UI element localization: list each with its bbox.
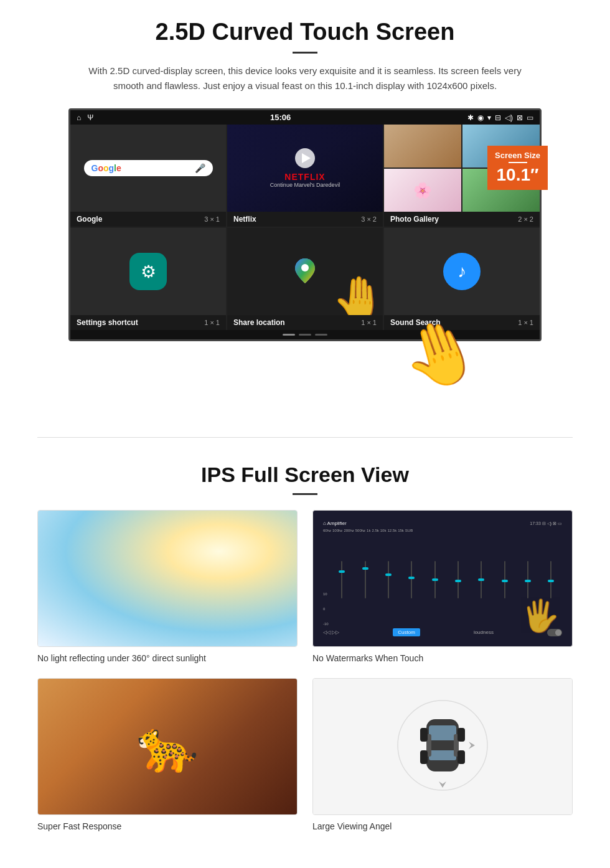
svg-rect-8 xyxy=(420,728,428,742)
feature-fast-response: 🐆 Super Fast Response xyxy=(37,678,298,831)
nav-dot-2 xyxy=(299,334,311,336)
status-bar: ⌂ Ψ 15:06 ✱ ◉ ▾ ⊟ ◁) ⊠ ▭ xyxy=(70,110,540,125)
status-time: 15:06 xyxy=(270,113,291,122)
share-label-row: Share location 1 × 1 xyxy=(227,315,383,330)
play-triangle-icon xyxy=(302,153,311,163)
section-ips-screen: IPS Full Screen View No light reflecting… xyxy=(0,456,610,850)
app-grid: Google 🎤 Google 3 × 1 xyxy=(70,125,540,330)
camera-icon: ⊟ xyxy=(495,113,501,122)
settings-gear-icon: ⚙ xyxy=(141,262,156,282)
settings-label-row: Settings shortcut 1 × 1 xyxy=(70,315,226,330)
app-cell-google[interactable]: Google 🎤 Google 3 × 1 xyxy=(70,125,226,227)
section1-description: With 2.5D curved-display screen, this de… xyxy=(87,64,523,93)
svg-rect-10 xyxy=(420,750,428,764)
touch-hand-icon: 🤚 xyxy=(332,273,383,315)
home-icon: ⌂ xyxy=(77,113,81,122)
volume-icon: ◁) xyxy=(505,113,513,122)
feature-img-cheetah: 🐆 xyxy=(37,678,298,815)
wifi-icon: ▾ xyxy=(487,113,491,122)
badge-underline xyxy=(509,162,527,163)
gallery-app-size: 2 × 2 xyxy=(518,215,533,223)
svg-rect-4 xyxy=(429,725,456,740)
google-app-inner: Google 🎤 xyxy=(70,125,226,212)
section-curved-screen: 2.5D Curved Touch Screen With 2.5D curve… xyxy=(0,0,610,356)
google-app-name: Google xyxy=(77,215,102,224)
maps-pin-icon xyxy=(294,257,316,283)
netflix-logo: NETFLIX xyxy=(284,172,325,182)
netflix-play-button[interactable] xyxy=(295,148,315,168)
feature-caption-sunlight: No light reflecting under 360° direct su… xyxy=(37,653,298,663)
screen-size-badge: Screen Size 10.1″ xyxy=(487,146,548,190)
section2-title: IPS Full Screen View xyxy=(37,463,573,487)
netflix-subtitle: Continue Marvel's Daredevil xyxy=(270,182,340,188)
feature-img-amplifier: ⌂ Amplifier 17:33 ⊟ ◁) ⊠ ▭ 60hz100hz200h… xyxy=(312,510,573,647)
bluetooth-icon: ✱ xyxy=(467,113,474,122)
gallery-img-1 xyxy=(384,125,461,167)
google-label-row: Google 3 × 1 xyxy=(70,212,226,227)
section-divider xyxy=(37,437,573,438)
settings-app-inner: ⚙ xyxy=(70,228,226,315)
gps-icon: ◉ xyxy=(477,113,484,122)
usb-icon: Ψ xyxy=(87,113,93,122)
svg-point-1 xyxy=(301,264,309,271)
app-cell-settings[interactable]: ⚙ Settings shortcut 1 × 1 xyxy=(70,228,226,330)
title-underline xyxy=(293,52,317,54)
app-cell-share[interactable]: 🤚 Share location 1 × 1 xyxy=(227,228,383,330)
netflix-app-name: Netflix xyxy=(233,215,256,224)
status-left: ⌂ Ψ xyxy=(77,113,93,122)
sound-note-icon: ♪ xyxy=(458,262,466,281)
feature-img-sunlight xyxy=(37,510,298,647)
svg-rect-5 xyxy=(429,750,456,760)
google-app-size: 3 × 1 xyxy=(204,215,220,223)
sound-app-size: 1 × 1 xyxy=(518,319,533,326)
feature-sunlight: No light reflecting under 360° direct su… xyxy=(37,510,298,663)
google-mic-icon: 🎤 xyxy=(195,163,205,173)
badge-size: 10.1″ xyxy=(495,165,540,185)
close-icon: ⊠ xyxy=(517,113,523,122)
share-app-name: Share location xyxy=(233,318,285,327)
settings-app-size: 1 × 1 xyxy=(204,319,220,326)
share-app-size: 1 × 1 xyxy=(361,319,377,326)
gallery-img-3: 🌸 xyxy=(384,169,461,212)
svg-rect-11 xyxy=(458,750,465,764)
nav-dot-1 xyxy=(283,334,295,336)
gallery-app-name: Photo Gallery xyxy=(390,215,439,224)
netflix-label-row: Netflix 3 × 2 xyxy=(227,212,383,227)
feature-caption-watermarks: No Watermarks When Touch xyxy=(312,653,573,663)
device-screen: ⌂ Ψ 15:06 ✱ ◉ ▾ ⊟ ◁) ⊠ ▭ xyxy=(68,108,542,341)
feature-watermarks: ⌂ Amplifier 17:33 ⊟ ◁) ⊠ ▭ 60hz100hz200h… xyxy=(312,510,573,663)
feature-caption-fast: Super Fast Response xyxy=(37,821,298,831)
badge-label: Screen Size xyxy=(495,151,540,160)
app-cell-netflix[interactable]: NETFLIX Continue Marvel's Daredevil Netf… xyxy=(227,125,383,227)
google-logo: Google xyxy=(92,163,121,173)
nav-dot-3 xyxy=(315,334,327,336)
window-icon: ▭ xyxy=(527,113,533,122)
feature-viewing-angle: Large Viewing Angel xyxy=(312,678,573,831)
settings-app-name: Settings shortcut xyxy=(77,318,138,327)
google-search-bar[interactable]: Google 🎤 xyxy=(84,160,213,176)
settings-icon-wrap: ⚙ xyxy=(129,253,167,290)
netflix-app-size: 3 × 2 xyxy=(361,215,377,223)
section2-underline xyxy=(293,493,317,495)
gallery-label-row: Photo Gallery 2 × 2 xyxy=(384,212,540,227)
sound-icon-wrap: ♪ xyxy=(443,253,481,290)
sound-app-inner: ♪ xyxy=(384,228,540,315)
status-right: ✱ ◉ ▾ ⊟ ◁) ⊠ ▭ xyxy=(467,113,533,122)
feature-grid: No light reflecting under 360° direct su… xyxy=(37,510,573,831)
feature-caption-angle: Large Viewing Angel xyxy=(312,821,573,831)
section1-title: 2.5D Curved Touch Screen xyxy=(37,19,573,45)
feature-img-car xyxy=(312,678,573,815)
share-app-inner: 🤚 xyxy=(227,228,383,315)
svg-rect-9 xyxy=(458,728,465,742)
